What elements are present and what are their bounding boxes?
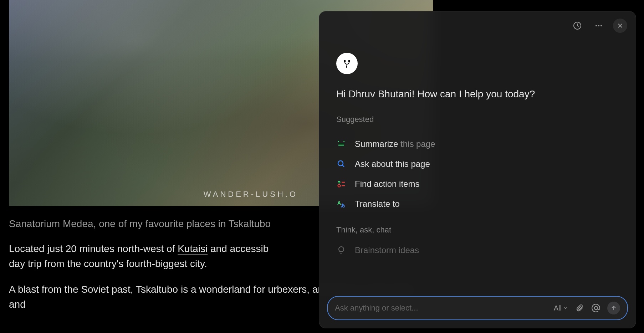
suggested-label: Suggested [336, 115, 619, 124]
suggestion-action: Translate to [355, 199, 400, 209]
attachment-icon[interactable] [574, 303, 584, 313]
brainstorm-label: Brainstorm ideas [355, 245, 419, 255]
svg-point-6 [344, 60, 346, 62]
panel-body: Hi Dhruv Bhutani! How can I help you tod… [319, 40, 636, 290]
suggestion-summarize[interactable]: Summarize this page [336, 134, 619, 154]
search-icon [336, 159, 346, 169]
suggestion-action: Ask about this page [355, 159, 430, 169]
chat-input-container: All [327, 296, 628, 320]
assistant-avatar [336, 53, 358, 74]
suggestion-list: Summarize this page Ask about this page [336, 134, 619, 214]
history-icon[interactable] [570, 19, 584, 33]
lightbulb-icon [336, 245, 346, 255]
panel-header [319, 11, 636, 40]
close-icon[interactable] [613, 19, 627, 33]
chat-input[interactable] [335, 303, 548, 313]
svg-point-2 [598, 25, 599, 26]
ai-assistant-panel: Hi Dhruv Bhutani! How can I help you tod… [319, 11, 636, 328]
suggestion-action: Find action items [355, 179, 419, 189]
mention-icon[interactable] [591, 303, 601, 313]
suggestion-translate[interactable]: A あ Translate to [336, 194, 619, 214]
svg-point-19 [594, 307, 598, 310]
checklist-icon [336, 179, 346, 189]
svg-point-1 [596, 25, 597, 26]
suggestion-suffix: this page [400, 139, 435, 149]
svg-text:あ: あ [341, 203, 345, 208]
summarize-icon [336, 139, 346, 149]
svg-text:A: A [337, 200, 341, 206]
svg-line-11 [342, 165, 344, 167]
suggestion-action-items[interactable]: Find action items [336, 174, 619, 194]
svg-point-3 [600, 25, 602, 26]
more-icon[interactable] [592, 19, 606, 33]
suggestion-brainstorm[interactable]: Brainstorm ideas [336, 240, 619, 260]
input-controls: All [554, 302, 620, 314]
kutaisi-link[interactable]: Kutaisi [178, 243, 208, 254]
greeting-text: Hi Dhruv Bhutani! How can I help you tod… [336, 88, 619, 100]
suggestion-action: Summarize [355, 139, 398, 149]
suggestion-ask[interactable]: Ask about this page [336, 154, 619, 174]
svg-point-7 [348, 60, 350, 62]
image-watermark: WANDER-LUSH.O [204, 190, 298, 199]
send-button[interactable] [607, 302, 620, 314]
svg-point-14 [338, 185, 341, 187]
translate-icon: A あ [336, 199, 346, 209]
think-label: Think, ask, chat [336, 225, 619, 235]
scope-selector[interactable]: All [554, 304, 568, 312]
svg-point-10 [338, 161, 343, 166]
